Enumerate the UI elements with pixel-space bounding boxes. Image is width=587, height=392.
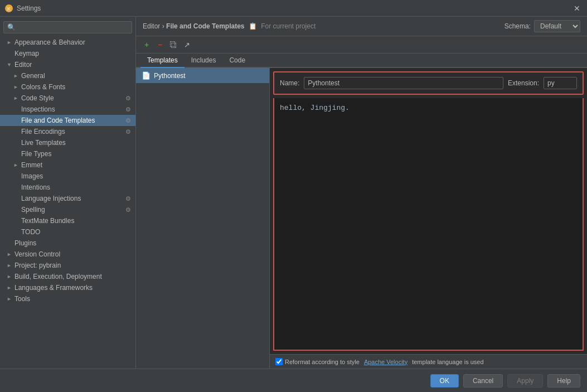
template-file-icon: 📄 <box>142 71 151 80</box>
extension-label: Extension: <box>508 79 539 87</box>
sidebar-item-general[interactable]: General <box>0 70 135 81</box>
sidebar: 🔍 Appearance & BehaviorKeymapEditorGener… <box>0 17 136 369</box>
sidebar-item-project-pybrain[interactable]: Project: pybrain <box>0 260 135 271</box>
copy-template-button[interactable]: ⿻ <box>167 38 180 51</box>
name-label: Name: <box>280 79 299 87</box>
sidebar-item-label: File Encodings <box>21 128 123 135</box>
sidebar-item-label: Images <box>21 172 131 180</box>
sidebar-item-inspections[interactable]: Inspections⚙ <box>0 104 135 115</box>
sidebar-item-label: General <box>21 72 131 80</box>
breadcrumb-parent: Editor <box>143 22 160 30</box>
sidebar-item-images[interactable]: Images <box>0 171 135 182</box>
tabs-bar: Templates Includes Code <box>136 54 587 68</box>
remove-template-button[interactable]: − <box>154 38 166 51</box>
sidebar-item-keymap[interactable]: Keymap <box>0 48 135 59</box>
sidebar-item-label: Plugins <box>14 239 131 247</box>
sidebar-item-label: Code Style <box>21 94 123 102</box>
sidebar-item-tools[interactable]: Tools <box>0 293 135 304</box>
sidebar-item-intentions[interactable]: Intentions <box>0 182 135 193</box>
arrow-icon <box>13 73 19 79</box>
settings-badge-icon: ⚙ <box>125 117 131 124</box>
sidebar-item-label: Language Injections <box>21 195 123 202</box>
sidebar-item-todo[interactable]: TODO <box>0 226 135 238</box>
sidebar-item-label: Tools <box>14 295 131 303</box>
arrow-icon <box>7 251 12 257</box>
sidebar-item-version-control[interactable]: Version Control <box>0 249 135 260</box>
arrow-icon <box>7 263 12 268</box>
form-row: Name: Extension: <box>273 71 584 95</box>
bottom-bar: OK Cancel Apply Help <box>0 369 587 392</box>
settings-badge-icon: ⚙ <box>125 195 131 202</box>
editor-panel: Name: Extension: hello, Jingjing. Reform… <box>270 68 587 369</box>
search-icon: 🔍 <box>7 23 16 31</box>
window-title: Settings <box>17 4 41 12</box>
search-box[interactable]: 🔍 <box>3 21 132 33</box>
move-template-button[interactable]: ↗ <box>181 38 193 51</box>
sidebar-item-label: TODO <box>21 228 131 236</box>
reformat-checkbox-wrap: Reformat according to style <box>275 358 360 365</box>
breadcrumb-suffix: For current project <box>261 22 316 30</box>
tab-code[interactable]: Code <box>222 54 252 68</box>
sidebar-item-label: Languages & Frameworks <box>14 284 131 292</box>
extension-input[interactable] <box>544 77 577 89</box>
add-template-button[interactable]: + <box>140 38 153 51</box>
toolbar: + − ⿻ ↗ <box>136 36 587 54</box>
template-list: 📄 Pythontest <box>136 68 270 369</box>
breadcrumb-current: File and Code Templates <box>166 22 244 30</box>
reformat-checkbox[interactable] <box>275 358 283 365</box>
sidebar-item-language-injections[interactable]: Language Injections⚙ <box>0 193 135 204</box>
apply-button[interactable]: Apply <box>507 374 543 388</box>
ok-button[interactable]: OK <box>430 374 459 388</box>
sidebar-item-label: Inspections <box>21 105 123 113</box>
code-editor[interactable]: hello, Jingjing. <box>273 98 584 351</box>
arrow-icon <box>13 95 19 101</box>
sidebar-item-code-style[interactable]: Code Style⚙ <box>0 93 135 104</box>
schema-section: Schema: Default <box>504 20 580 32</box>
settings-badge-icon: ⚙ <box>125 95 131 102</box>
sidebar-item-colors-fonts[interactable]: Colors & Fonts <box>0 81 135 93</box>
sidebar-item-label: Spelling <box>21 206 123 214</box>
sidebar-item-label: TextMate Bundles <box>21 217 131 225</box>
sidebar-item-build-exec-deploy[interactable]: Build, Execution, Deployment <box>0 271 135 282</box>
template-item-pythontest[interactable]: 📄 Pythontest <box>136 68 269 83</box>
title-bar: K Settings ✕ <box>0 0 587 17</box>
sidebar-item-label: Keymap <box>14 50 131 57</box>
sidebar-item-languages-frameworks[interactable]: Languages & Frameworks <box>0 282 135 293</box>
schema-label: Schema: <box>504 22 531 30</box>
arrow-icon <box>7 62 12 67</box>
sidebar-item-appearance[interactable]: Appearance & Behavior <box>0 37 135 48</box>
sidebar-item-live-templates[interactable]: Live Templates <box>0 137 135 148</box>
sidebar-item-label: Live Templates <box>21 139 131 147</box>
sidebar-item-label: Project: pybrain <box>14 262 131 269</box>
app-icon: K <box>4 4 13 13</box>
tab-includes[interactable]: Includes <box>185 54 223 68</box>
sidebar-item-label: Emmet <box>21 161 131 169</box>
main-layout: 🔍 Appearance & BehaviorKeymapEditorGener… <box>0 17 587 369</box>
content-header: Editor › File and Code Templates 📋 For c… <box>136 17 587 36</box>
sidebar-item-file-encodings[interactable]: File Encodings⚙ <box>0 126 135 137</box>
footer-suffix: template language is used <box>412 359 483 365</box>
sidebar-item-editor[interactable]: Editor <box>0 59 135 70</box>
search-input[interactable] <box>18 23 128 31</box>
arrow-icon <box>13 162 19 168</box>
sidebar-item-emmet[interactable]: Emmet <box>0 159 135 171</box>
sidebar-item-plugins[interactable]: Plugins <box>0 238 135 249</box>
sidebar-item-file-code-templates[interactable]: File and Code Templates⚙ <box>0 115 135 126</box>
breadcrumb-icon: 📋 <box>249 22 257 30</box>
schema-select[interactable]: Default <box>534 20 580 32</box>
help-button[interactable]: Help <box>547 374 580 388</box>
name-input[interactable] <box>304 77 503 89</box>
cancel-button[interactable]: Cancel <box>463 374 503 388</box>
content-area: Editor › File and Code Templates 📋 For c… <box>136 17 587 369</box>
tab-templates[interactable]: Templates <box>140 54 185 68</box>
sidebar-item-textmate-bundles[interactable]: TextMate Bundles <box>0 215 135 226</box>
template-item-label: Pythontest <box>154 72 186 80</box>
sidebar-item-label: Build, Execution, Deployment <box>14 273 131 280</box>
sidebar-item-label: Appearance & Behavior <box>14 38 131 46</box>
sidebar-item-file-types[interactable]: File Types <box>0 148 135 159</box>
close-button[interactable]: ✕ <box>571 3 583 14</box>
sidebar-item-label: Editor <box>14 61 131 69</box>
sidebar-item-spelling[interactable]: Spelling⚙ <box>0 204 135 215</box>
split-pane: 📄 Pythontest Name: Extension: hello, Jin… <box>136 68 587 369</box>
velocity-link[interactable]: Apache Velocity <box>364 359 407 365</box>
